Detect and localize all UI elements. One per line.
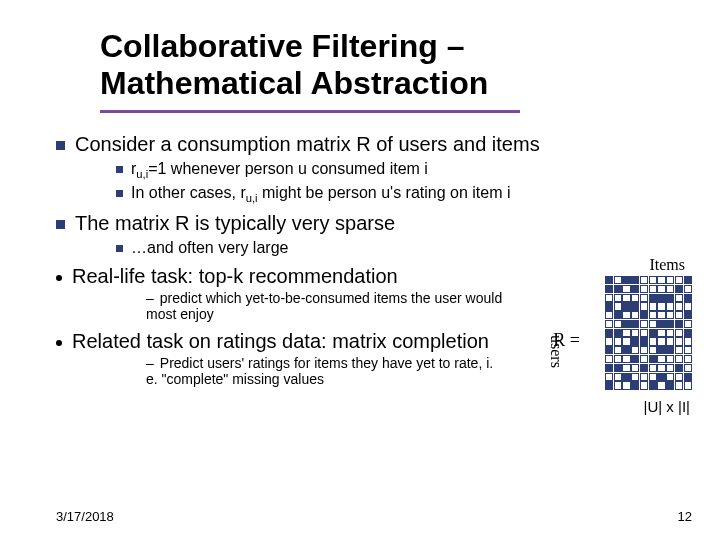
matrix-cell (622, 337, 630, 345)
bullet-3a: –predict which yet-to-be-consumed items … (146, 290, 508, 322)
matrix-cell (631, 337, 639, 345)
matrix-cell (631, 302, 639, 310)
matrix-cell (649, 373, 657, 381)
matrix-cell (631, 311, 639, 319)
matrix-cell (649, 381, 657, 389)
matrix-cell (622, 364, 630, 372)
matrix-cell (614, 364, 622, 372)
matrix-cell (640, 355, 648, 363)
matrix-cell (605, 381, 613, 389)
matrix-cell (614, 381, 622, 389)
matrix-cell (684, 346, 692, 354)
matrix-cell (649, 276, 657, 284)
bullet-icon (116, 190, 123, 197)
matrix-cell (622, 346, 630, 354)
matrix-cell (640, 329, 648, 337)
matrix-cell (666, 337, 674, 345)
matrix-cell (614, 276, 622, 284)
matrix-cell (657, 276, 665, 284)
matrix-cell (657, 294, 665, 302)
matrix-cell (666, 373, 674, 381)
matrix-cell (657, 381, 665, 389)
title-line-1: Collaborative Filtering – (100, 28, 465, 64)
matrix-cell (640, 276, 648, 284)
matrix-cell (684, 311, 692, 319)
matrix-cell (666, 355, 674, 363)
matrix-cell (657, 355, 665, 363)
bullet-3: Real-life task: top-k recommendation –pr… (56, 265, 508, 322)
matrix-cell (666, 276, 674, 284)
matrix-cell (640, 364, 648, 372)
matrix-cell (614, 355, 622, 363)
matrix-cell (631, 320, 639, 328)
matrix-cell (631, 276, 639, 284)
matrix-cell (649, 329, 657, 337)
matrix-cell (605, 276, 613, 284)
matrix-cell (622, 285, 630, 293)
title-underline (100, 110, 520, 113)
matrix-cell (666, 381, 674, 389)
text: …and often very large (131, 239, 288, 256)
text: =1 whenever person u consumed item i (148, 160, 428, 177)
matrix-cell (640, 373, 648, 381)
text: predict which yet-to-be-consumed items t… (146, 290, 502, 322)
matrix-cell (631, 285, 639, 293)
matrix-cell (657, 373, 665, 381)
matrix-cell (640, 285, 648, 293)
matrix-cell (675, 355, 683, 363)
matrix-cell (684, 381, 692, 389)
sparse-matrix-diagram (605, 276, 692, 390)
matrix-cell (684, 364, 692, 372)
matrix-cell (622, 311, 630, 319)
bullet-1a: ru,i=1 whenever person u consumed item i (116, 160, 692, 180)
matrix-cell (614, 302, 622, 310)
matrix-cell (666, 311, 674, 319)
bullet-1: Consider a consumption matrix R of users… (56, 133, 692, 204)
matrix-cell (675, 276, 683, 284)
matrix-cell (631, 329, 639, 337)
matrix-cell (622, 373, 630, 381)
bullet-4: Related task on ratings data: matrix com… (56, 330, 508, 387)
matrix-cell (622, 276, 630, 284)
title-line-2: Mathematical Abstraction (100, 65, 488, 101)
matrix-cell (614, 373, 622, 381)
matrix-cell (675, 302, 683, 310)
subscript: u,i (136, 168, 148, 180)
matrix-cell (675, 337, 683, 345)
matrix-cell (657, 329, 665, 337)
footer-date: 3/17/2018 (56, 509, 114, 524)
bullet-2a: …and often very large (116, 239, 692, 257)
matrix-cell (605, 355, 613, 363)
matrix-cell (622, 355, 630, 363)
matrix-cell (657, 364, 665, 372)
text: might be person u's rating on item i (258, 184, 511, 201)
matrix-cell (649, 355, 657, 363)
matrix-cell (684, 302, 692, 310)
matrix-cell (614, 346, 622, 354)
matrix-cell (675, 320, 683, 328)
items-axis-label: Items (649, 256, 685, 274)
matrix-cell (631, 373, 639, 381)
matrix-cell (622, 294, 630, 302)
text: In other cases, r (131, 184, 246, 201)
matrix-cell (614, 329, 622, 337)
matrix-cell (657, 302, 665, 310)
matrix-cell (675, 346, 683, 354)
subscript: u,i (246, 192, 258, 204)
dimension-label: |U| x |I| (644, 398, 690, 415)
matrix-cell (684, 320, 692, 328)
matrix-cell (622, 302, 630, 310)
text: Predict users' ratings for items they ha… (146, 355, 493, 387)
matrix-cell (614, 320, 622, 328)
matrix-cell (631, 355, 639, 363)
matrix-cell (622, 381, 630, 389)
matrix-cell (614, 311, 622, 319)
matrix-cell (684, 337, 692, 345)
matrix-cell (666, 320, 674, 328)
matrix-cell (684, 355, 692, 363)
matrix-cell (649, 311, 657, 319)
bullet-icon (56, 275, 62, 281)
slide: Collaborative Filtering – Mathematical A… (0, 0, 720, 540)
matrix-cell (666, 346, 674, 354)
matrix-cell (640, 337, 648, 345)
